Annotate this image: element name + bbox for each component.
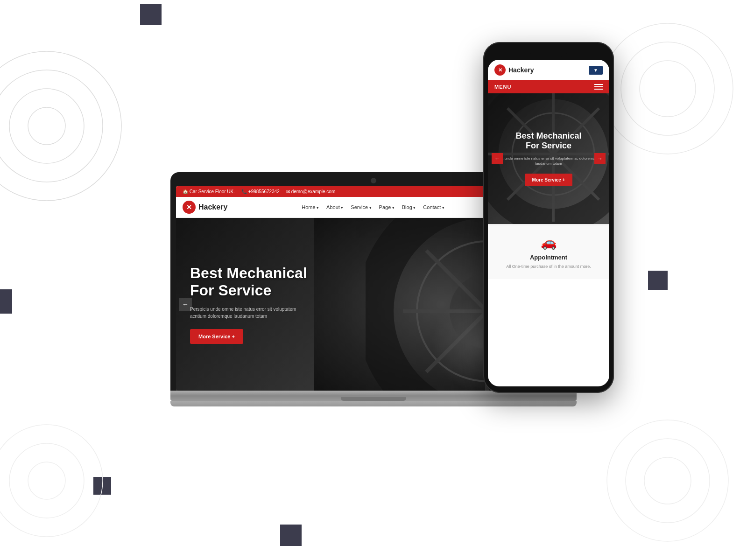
topbar-left: 🏠 Car Service Floor UK. 📞 +99855672342 ✉… [183,189,335,194]
svg-point-9 [28,462,65,499]
phone-menu-label: MENU [494,84,511,90]
hero-description: Perspicis unde omne iste natus error sit… [190,306,311,320]
phone-site-header: ✕ Hackery ▼ [488,60,609,80]
hero-more-service-button[interactable]: More Service + [190,329,243,344]
hero-title-line1: Best Mechanical [190,265,311,282]
phone-hero-arrows: ← → [488,153,609,164]
phone-screen: ✕ Hackery ▼ MENU [488,60,609,386]
hamburger-menu-icon[interactable] [594,84,603,90]
decorative-square-topleft [140,4,162,25]
phone-logo-text: Hackery [508,66,534,74]
phone-card-description: All One-time purchase of in the amount m… [495,264,602,270]
phone-hero-title-line2: For Service [497,141,600,151]
phone-notch [530,49,567,57]
phone-card-car-icon: 🚗 [495,235,602,250]
svg-point-3 [28,107,65,145]
phone-next-arrow[interactable]: → [594,153,606,164]
hero-content: Best Mechanical For Service Perspicis un… [176,251,325,358]
phone-logo: ✕ Hackery [494,64,534,76]
laptop-stand [170,401,577,406]
laptop-camera [371,178,376,183]
nav-service[interactable]: Service [351,204,371,210]
hero-title-line2: For Service [190,282,311,299]
site-nav: Home About Service Page Blog Contact [302,204,444,210]
scene: 🏠 Car Service Floor UK. 📞 +99855672342 ✉… [65,28,682,532]
site-logo: ✕ Hackery [183,201,227,214]
phone-lang-button[interactable]: ▼ [589,66,603,75]
phone-hero-title: Best Mechanical For Service [497,131,600,151]
topbar-phone: 📞 +99855672342 [241,189,280,194]
nav-contact[interactable]: Contact [423,204,444,210]
nav-about[interactable]: About [326,204,343,210]
topbar-email: ✉ demo@example.com [286,189,335,194]
phone-logo-icon: ✕ [494,64,506,76]
logo-text: Hackery [198,203,227,211]
phone-hero: Best Mechanical For Service icis unde om… [488,93,609,224]
phone-hero-button[interactable]: More Service + [525,174,573,186]
phone-card-title: Appointment [495,254,602,261]
logo-icon: ✕ [183,201,196,214]
phone-hero-title-line1: Best Mechanical [497,131,600,141]
phone-menu-bar: MENU [488,80,609,93]
phone-prev-arrow[interactable]: ← [492,153,503,164]
phone-device: ✕ Hackery ▼ MENU [483,42,614,393]
hero-prev-arrow[interactable]: ← [179,298,192,311]
phone-card-section: 🚗 Appointment All One-time purchase of i… [488,224,609,279]
nav-page[interactable]: Page [379,204,395,210]
hero-title: Best Mechanical For Service [190,265,311,299]
topbar-address: 🏠 Car Service Floor UK. [183,189,235,194]
nav-home[interactable]: Home [302,204,319,210]
decorative-square-leftmid [0,289,12,314]
nav-blog[interactable]: Blog [402,204,416,210]
